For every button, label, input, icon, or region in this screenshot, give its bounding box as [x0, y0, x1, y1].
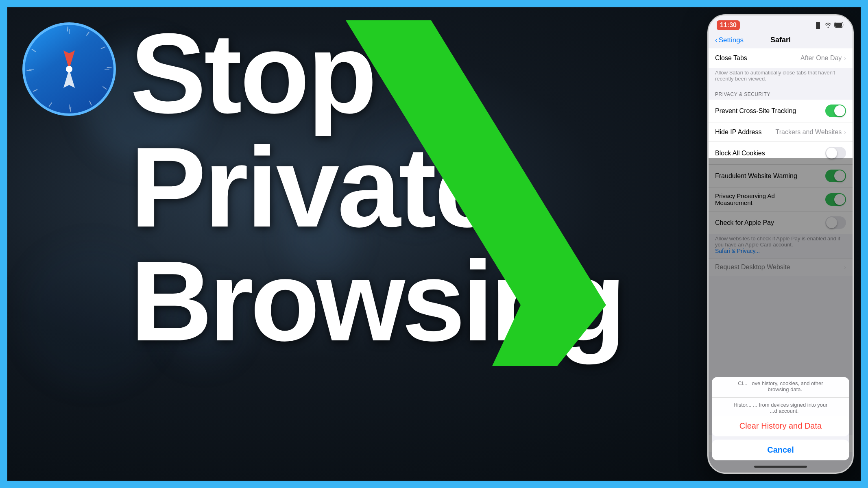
- svg-rect-22: [835, 23, 842, 27]
- close-tabs-group: Close Tabs After One Day ›: [709, 48, 853, 68]
- svg-point-17: [66, 66, 72, 72]
- back-chevron-icon: ‹: [715, 36, 718, 44]
- clear-history-button[interactable]: Clear History and Data: [712, 416, 849, 436]
- status-time: 11:30: [717, 20, 740, 30]
- text-private: Private: [130, 130, 623, 244]
- action-desc-4: ...d account.: [763, 408, 799, 414]
- safari-icon: [22, 22, 116, 116]
- compass-svg: [25, 25, 113, 113]
- battery-icon: [834, 22, 844, 29]
- back-label: Settings: [719, 36, 744, 44]
- text-stop: Stop: [130, 16, 623, 130]
- svg-line-14: [32, 48, 36, 53]
- close-tabs-subtitle: Allow Safari to automatically close tabs…: [709, 68, 853, 86]
- close-tabs-chevron: ›: [844, 55, 846, 61]
- main-text-block: Stop Private Browsing: [130, 16, 623, 358]
- action-sheet-row-text: Histor... ... from devices signed into y…: [712, 398, 849, 416]
- svg-line-8: [103, 85, 107, 90]
- status-icons: ▐▌: [814, 22, 844, 29]
- hide-ip-chevron: ›: [844, 129, 846, 135]
- signal-icon: ▐▌: [814, 22, 822, 28]
- action-sheet-body: Cl... ove history, cookies, and other br…: [712, 377, 849, 436]
- svg-line-9: [89, 101, 92, 105]
- close-tabs-row[interactable]: Close Tabs After One Day ›: [709, 48, 853, 68]
- svg-line-5: [85, 32, 90, 36]
- close-tabs-label: Close Tabs: [715, 54, 800, 62]
- action-sheet-overlay: Cl... ove history, cookies, and other br…: [709, 158, 853, 473]
- hide-ip-label: Hide IP Address: [715, 129, 776, 136]
- text-browsing: Browsing: [130, 244, 623, 358]
- iphone-frame: 11:30 ▐▌ ‹ Settings: [707, 14, 854, 474]
- cancel-button[interactable]: Cancel: [712, 440, 849, 460]
- prevent-cross-site-row[interactable]: Prevent Cross-Site Tracking: [709, 100, 853, 122]
- block-cookies-label: Block All Cookies: [715, 150, 825, 157]
- block-cookies-knob: [826, 148, 837, 159]
- status-bar: 11:30 ▐▌: [709, 15, 853, 33]
- nav-bar: ‹ Settings Safari: [709, 33, 853, 48]
- action-desc-1: Cl... ove history, cookies, and other: [738, 380, 823, 386]
- action-desc-3: Histor... ... from devices signed into y…: [733, 402, 827, 408]
- close-tabs-value: After One Day: [800, 54, 842, 62]
- hide-ip-value: Trackers and Websites: [776, 129, 842, 136]
- prevent-cross-site-label: Prevent Cross-Site Tracking: [715, 107, 825, 115]
- action-sheet-desc: Cl... ove history, cookies, and other br…: [712, 377, 849, 398]
- privacy-section-header: PRIVACY & SECURITY: [709, 86, 853, 100]
- nav-title: Safari: [744, 36, 818, 44]
- prevent-cross-site-toggle[interactable]: [825, 105, 846, 117]
- hide-ip-row[interactable]: Hide IP Address Trackers and Websites ›: [709, 122, 853, 142]
- svg-line-12: [33, 89, 37, 92]
- svg-line-6: [101, 47, 105, 49]
- action-desc-2: browsing data.: [759, 386, 802, 392]
- action-sheet: Cl... ove history, cookies, and other br…: [712, 377, 849, 460]
- back-button[interactable]: ‹ Settings: [715, 36, 744, 44]
- svg-line-11: [48, 102, 53, 107]
- wifi-icon: [824, 22, 832, 29]
- toggle-knob: [834, 105, 845, 116]
